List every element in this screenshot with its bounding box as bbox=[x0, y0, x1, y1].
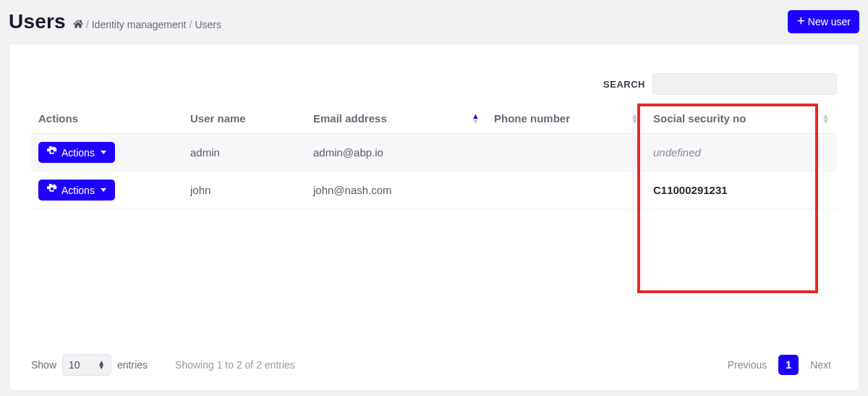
row-actions-label: Actions bbox=[61, 147, 95, 159]
col-header-phone[interactable]: Phone number ▲▼ bbox=[487, 104, 646, 134]
col-header-email-label: Email address bbox=[313, 112, 387, 125]
table-info: Showing 1 to 2 of 2 entries bbox=[175, 359, 295, 371]
breadcrumb-separator: / bbox=[189, 19, 192, 30]
cell-email: john@nash.com bbox=[306, 172, 487, 209]
pagination-previous[interactable]: Previous bbox=[722, 355, 773, 375]
search-input[interactable] bbox=[652, 73, 837, 95]
cell-phone bbox=[487, 172, 646, 209]
table-row: Actions john john@nash.com C11000291231 bbox=[31, 172, 837, 209]
col-header-phone-label: Phone number bbox=[494, 112, 570, 125]
cell-username: john bbox=[183, 172, 306, 209]
home-icon[interactable] bbox=[73, 18, 83, 30]
gear-icon bbox=[47, 184, 57, 196]
breadcrumb-separator: / bbox=[86, 19, 89, 30]
col-header-ssn-label: Social security no bbox=[653, 112, 746, 125]
show-label: Show bbox=[31, 359, 56, 371]
sort-icon: ▲▼ bbox=[822, 114, 830, 124]
cell-ssn: C11000291231 bbox=[646, 172, 837, 209]
cell-ssn: undefined bbox=[646, 134, 837, 172]
search-label: SEARCH bbox=[603, 79, 645, 90]
cell-email: admin@abp.io bbox=[306, 134, 487, 172]
chevron-down-icon bbox=[101, 151, 106, 154]
col-header-actions: Actions bbox=[31, 104, 183, 134]
new-user-button[interactable]: New user bbox=[788, 10, 859, 33]
page-length-select[interactable]: 10 ▲▼ bbox=[62, 354, 111, 376]
chevron-down-icon bbox=[101, 188, 106, 192]
pagination-next[interactable]: Next bbox=[804, 355, 837, 375]
users-table: Actions User name Email address ▲▼ Phone… bbox=[31, 104, 837, 209]
col-header-username[interactable]: User name bbox=[183, 104, 306, 134]
entries-label: entries bbox=[117, 359, 148, 371]
breadcrumb: / Identity management / Users bbox=[73, 18, 221, 30]
gear-icon bbox=[47, 146, 57, 159]
table-row: Actions admin admin@abp.io undefined bbox=[31, 134, 837, 172]
row-actions-button[interactable]: Actions bbox=[38, 180, 115, 201]
new-user-label: New user bbox=[808, 16, 851, 28]
pagination-page-1[interactable]: 1 bbox=[778, 355, 799, 375]
cell-username: admin bbox=[183, 134, 306, 172]
stepper-icon: ▲▼ bbox=[98, 361, 105, 369]
page-length-value: 10 bbox=[69, 359, 80, 371]
sort-icon: ▲▼ bbox=[631, 114, 639, 124]
plus-icon bbox=[796, 16, 805, 28]
page-title: Users bbox=[9, 10, 66, 33]
col-header-ssn[interactable]: Social security no ▲▼ bbox=[646, 104, 837, 134]
col-header-email[interactable]: Email address ▲▼ bbox=[306, 104, 487, 134]
breadcrumb-identity-management[interactable]: Identity management bbox=[92, 19, 187, 30]
cell-phone bbox=[487, 134, 646, 172]
row-actions-label: Actions bbox=[61, 185, 95, 196]
row-actions-button[interactable]: Actions bbox=[38, 142, 115, 163]
sort-icon: ▲▼ bbox=[472, 114, 480, 124]
pagination: Previous 1 Next bbox=[722, 355, 837, 375]
users-card: SEARCH Actions User name Email address ▲… bbox=[9, 43, 859, 391]
breadcrumb-users: Users bbox=[195, 19, 221, 30]
